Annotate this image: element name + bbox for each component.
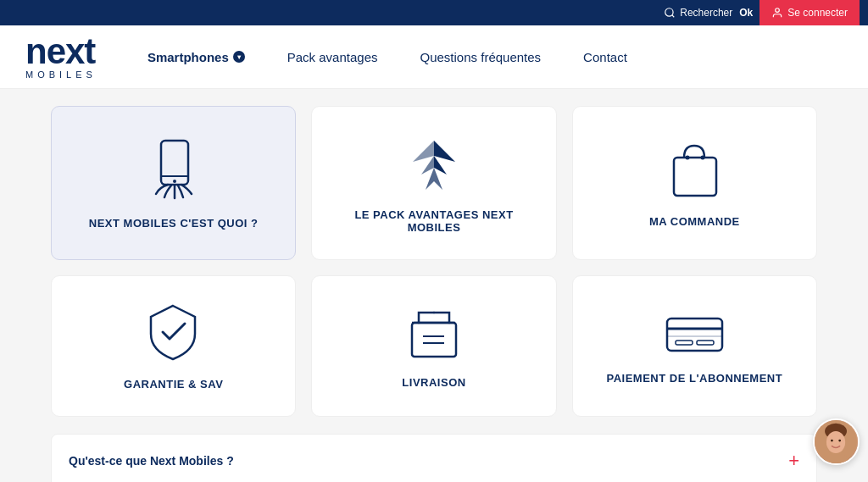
shield-icon [146, 302, 201, 365]
card-paiement[interactable]: PAIEMENT DE L'ABONNEMENT [572, 275, 817, 417]
search-area: Rechercher [664, 7, 732, 19]
svg-rect-14 [412, 323, 456, 357]
faq-item-1[interactable]: Qu'est-ce que Next Mobiles ? + [51, 434, 817, 482]
search-label: Rechercher [680, 7, 732, 19]
card-label-garantie: GARANTIE & SAV [124, 378, 223, 391]
card-pack-avantages[interactable]: LE PACK AVANTAGES NEXT MOBILES [311, 106, 556, 260]
avatar-face [815, 420, 858, 463]
card-garantie[interactable]: GARANTIE & SAV [51, 275, 296, 417]
login-button[interactable]: Se connecter [760, 0, 860, 25]
faq-plus-1: + [788, 450, 799, 472]
nav-link-smartphones[interactable]: Smartphones ▾ [147, 50, 245, 64]
svg-point-12 [685, 155, 689, 159]
card-label-next-mobiles-quoi: NEXT MOBILES C'EST QUOI ? [89, 217, 259, 230]
phone-icon [144, 136, 203, 204]
svg-line-1 [672, 15, 675, 18]
card-livraison[interactable]: LIVRAISON [311, 275, 556, 417]
svg-point-0 [665, 8, 673, 16]
card-label-ma-commande: MA COMMANDE [649, 215, 740, 228]
box-icon [402, 304, 465, 363]
logo-next: next [25, 34, 95, 69]
card-ma-commande[interactable]: MA COMMANDE [572, 106, 817, 260]
ok-button[interactable]: Ok [739, 7, 753, 19]
card-label-livraison: LIVRAISON [402, 376, 465, 389]
logo: next MOBILES [25, 34, 97, 80]
faq-question-1: Qu'est-ce que Next Mobiles ? [69, 454, 234, 468]
nav-label-questions: Questions fréquentes [420, 50, 542, 64]
faq-section: Qu'est-ce que Next Mobiles ? + Comment s… [51, 434, 817, 482]
user-icon [771, 7, 783, 19]
svg-marker-10 [426, 168, 442, 190]
nav-links: Smartphones ▾ Pack avantages Questions f… [147, 50, 843, 64]
main-content: NEXT MOBILES C'EST QUOI ? LE PACK AVANTA… [0, 89, 868, 482]
search-icon [664, 7, 676, 19]
chevron-down-icon: ▾ [233, 51, 245, 63]
nav-label-contact: Contact [583, 50, 627, 64]
bird-icon [400, 132, 468, 196]
svg-marker-6 [434, 141, 455, 162]
nav-link-contact[interactable]: Contact [583, 50, 627, 64]
svg-rect-3 [161, 141, 188, 185]
svg-marker-7 [413, 141, 434, 162]
svg-point-27 [838, 440, 841, 442]
nav-label-smartphones: Smartphones [147, 50, 229, 64]
card-next-mobiles-quoi[interactable]: NEXT MOBILES C'EST QUOI ? [51, 106, 296, 260]
svg-point-26 [831, 440, 833, 442]
logo-mobiles: MOBILES [25, 69, 97, 80]
svg-rect-21 [676, 341, 693, 345]
svg-rect-11 [674, 158, 716, 196]
svg-point-13 [700, 155, 704, 159]
svg-point-5 [173, 180, 176, 183]
svg-rect-18 [667, 319, 722, 351]
nav-label-pack: Pack avantages [287, 50, 378, 64]
svg-point-2 [776, 8, 780, 13]
card-payment-icon [663, 308, 726, 359]
login-label: Se connecter [787, 7, 848, 19]
card-label-paiement: PAIEMENT DE L'ABONNEMENT [606, 372, 782, 385]
top-bar: Rechercher Ok Se connecter [0, 0, 868, 25]
bag-icon [667, 139, 722, 202]
card-label-pack-avantages: LE PACK AVANTAGES NEXT MOBILES [329, 208, 538, 234]
navbar: next MOBILES Smartphones ▾ Pack avantage… [0, 25, 868, 89]
svg-rect-22 [697, 341, 714, 345]
cards-grid: NEXT MOBILES C'EST QUOI ? LE PACK AVANTA… [51, 106, 817, 417]
nav-link-pack-avantages[interactable]: Pack avantages [287, 50, 378, 64]
avatar[interactable] [813, 418, 860, 465]
nav-link-questions[interactable]: Questions fréquentes [420, 50, 542, 64]
svg-point-25 [826, 431, 845, 453]
